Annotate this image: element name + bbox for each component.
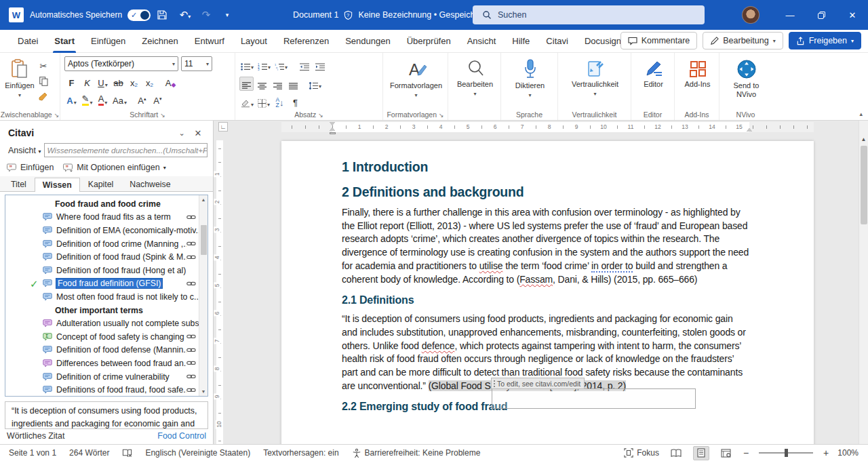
ribbon-tab-zeichnen[interactable]: Zeichnen — [134, 30, 186, 53]
accessibility-status[interactable]: Barrierefreiheit: Keine Probleme — [352, 448, 481, 458]
document-scrollbar[interactable]: ▲ — [859, 121, 868, 444]
document-title[interactable]: Document 1 — [293, 10, 338, 20]
shading-button[interactable]: ▾ — [239, 95, 255, 109]
knowledge-item[interactable]: Definition of food defense (Mannin... — [5, 344, 208, 357]
ribbon-tab-hilfe[interactable]: Hilfe — [504, 30, 538, 53]
word-app-icon[interactable]: W — [9, 7, 24, 22]
increase-indent-button[interactable] — [313, 58, 327, 72]
clear-formatting-button[interactable]: A◆ — [163, 75, 178, 89]
hanging-indent-marker[interactable] — [330, 127, 335, 131]
styles-dialog-launcher-icon[interactable]: ↘ — [439, 112, 444, 119]
text-effects-button[interactable]: A▾ — [64, 93, 79, 107]
paragraph-dialog-launcher-icon[interactable]: ↘ — [318, 112, 323, 119]
citavi-tab-wissen[interactable]: Wissen — [35, 178, 80, 192]
knowledge-item[interactable]: Definition of EMA (economically-motiv... — [5, 224, 208, 237]
scroll-down-icon[interactable]: ▼ — [199, 389, 208, 394]
styles-button[interactable]: A Formatvorlagen ▾ — [387, 56, 445, 101]
tree-scroll-thumb[interactable] — [201, 225, 207, 255]
underline-button[interactable]: U▾ — [96, 75, 110, 89]
align-center-button[interactable] — [255, 77, 269, 91]
subscript-button[interactable]: x2 — [127, 75, 141, 89]
document-page[interactable]: 1 Introduction2 Definitions and backgrou… — [281, 141, 814, 444]
print-layout-button[interactable] — [693, 446, 709, 460]
align-left-button[interactable] — [239, 77, 254, 91]
ribbon-tab-entwurf[interactable]: Entwurf — [186, 30, 233, 53]
knowledge-item[interactable]: Definition of food crime (Manning ,... — [5, 237, 208, 251]
word-count[interactable]: 264 Wörter — [69, 448, 109, 458]
line-spacing-button[interactable]: ▾ — [307, 77, 323, 91]
focus-button[interactable]: Fokus — [624, 448, 659, 458]
citavi-insert-button[interactable]: ” Einfügen — [7, 163, 54, 172]
superscript-button[interactable]: x2 — [142, 75, 157, 89]
read-mode-button[interactable] — [668, 446, 684, 460]
close-button[interactable]: ✕ — [837, 0, 868, 30]
clipboard-dialog-launcher-icon[interactable]: ↘ — [54, 112, 60, 119]
editing-mode-button[interactable]: Bearbeitung ▾ — [703, 32, 783, 49]
ribbon-tab-datei[interactable]: Datei — [9, 30, 46, 53]
font-size-combobox[interactable]: 11▾ — [181, 56, 212, 71]
paste-button[interactable]: Einfügen ▾ — [4, 56, 35, 109]
ribbon-tab-start[interactable]: Start — [46, 30, 83, 53]
bold-button[interactable]: F — [64, 75, 79, 89]
ribbon-tab-citavi[interactable]: Citavi — [538, 30, 576, 53]
zoom-slider[interactable] — [759, 452, 813, 454]
autosave-toggle[interactable]: ✓ — [127, 9, 151, 21]
editing-button[interactable]: Bearbeiten ▾ — [452, 56, 498, 100]
text-predictions[interactable]: Textvorhersagen: ein — [263, 448, 338, 458]
citavi-tab-nachweise[interactable]: Nachweise — [121, 177, 178, 191]
comments-button[interactable]: Kommentare — [620, 32, 698, 49]
minimize-button[interactable]: — — [774, 0, 806, 30]
proofing-errors-icon[interactable] — [122, 448, 132, 458]
zoom-out-button[interactable]: − — [743, 447, 749, 458]
knowledge-item[interactable]: Definition of food fraud (Hong et al) — [5, 264, 208, 277]
copy-icon[interactable] — [35, 75, 52, 88]
grow-font-button[interactable]: A▴ — [135, 93, 149, 107]
knowledge-item[interactable]: Most often food fraud is not likely to c… — [5, 290, 208, 304]
justify-button[interactable] — [286, 77, 300, 91]
numbered-list-button[interactable]: 123▾ — [256, 58, 272, 72]
restore-button[interactable] — [806, 0, 837, 30]
bullet-list-button[interactable]: ▾ — [239, 58, 255, 72]
scroll-up-icon[interactable]: ▲ — [199, 197, 208, 202]
left-indent-marker[interactable] — [330, 132, 336, 135]
source-link[interactable]: Food Control — [157, 431, 206, 441]
knowledge-item[interactable]: Where food fraud fits as a term — [5, 211, 208, 224]
ribbon-tab-layout[interactable]: Layout — [233, 30, 275, 53]
strikethrough-button[interactable]: ab — [111, 75, 125, 89]
citavi-view-dropdown[interactable]: Ansicht ▾ — [8, 146, 41, 155]
user-avatar[interactable] — [742, 6, 760, 24]
search-box[interactable]: Suchen — [473, 5, 705, 24]
knowledge-item[interactable]: Definitions of food fraud, food safe... — [5, 383, 208, 397]
align-right-button[interactable] — [271, 77, 285, 91]
font-dialog-launcher-icon[interactable]: ↘ — [160, 112, 165, 119]
knowledge-item[interactable]: Definition of crime vulnerability — [5, 370, 208, 384]
right-indent-marker[interactable] — [747, 128, 752, 132]
highlight-color-button[interactable]: ✎▾ — [80, 93, 94, 107]
zoom-in-button[interactable]: + — [823, 447, 829, 458]
quick-access-chevron-icon[interactable]: ▾ — [220, 12, 235, 18]
format-painter-icon[interactable] — [35, 90, 52, 104]
send-to-nvivo-button[interactable]: Send to NVivo — [724, 56, 769, 101]
knowledge-search-input[interactable]: Wissenselemente durchsuchen...(Umschalt+… — [44, 143, 208, 157]
shrink-font-button[interactable]: A▾ — [151, 93, 165, 107]
addins-button[interactable]: Add-Ins — [679, 56, 716, 92]
panel-close-icon[interactable]: ✕ — [190, 128, 206, 138]
ribbon-tab-ansicht[interactable]: Ansicht — [459, 30, 505, 53]
zoom-slider-thumb[interactable] — [785, 449, 788, 457]
first-line-indent-marker[interactable] — [330, 122, 335, 125]
tab-selector-icon[interactable]: ∟ — [218, 122, 228, 132]
ribbon-tab-referenzen[interactable]: Referenzen — [275, 30, 337, 53]
citavi-insert-options-button[interactable]: ” Mit Optionen einfügen ▾ — [63, 163, 165, 172]
sort-button[interactable]: AZ↓ — [273, 95, 287, 109]
dictate-button[interactable]: Diktieren ▾ — [505, 56, 555, 101]
editor-button[interactable]: Editor — [635, 56, 671, 92]
font-name-combobox[interactable]: Aptos (Textkörper)▾ — [64, 56, 178, 71]
knowledge-item[interactable]: Definition of food fraud (Spink & M... — [5, 250, 208, 264]
horizontal-ruler[interactable]: ∟ 123456789101112131415 — [214, 121, 859, 134]
citavi-tab-kapitel[interactable]: Kapitel — [80, 177, 122, 191]
cut-icon[interactable]: ✂ — [35, 59, 52, 73]
zoom-level[interactable]: 100% — [837, 448, 859, 458]
knowledge-item[interactable]: ✓Food fraud definition (GFSI) — [5, 277, 208, 291]
save-icon[interactable] — [157, 9, 172, 20]
vertical-ruler[interactable]: 1234567891011 — [214, 134, 224, 444]
